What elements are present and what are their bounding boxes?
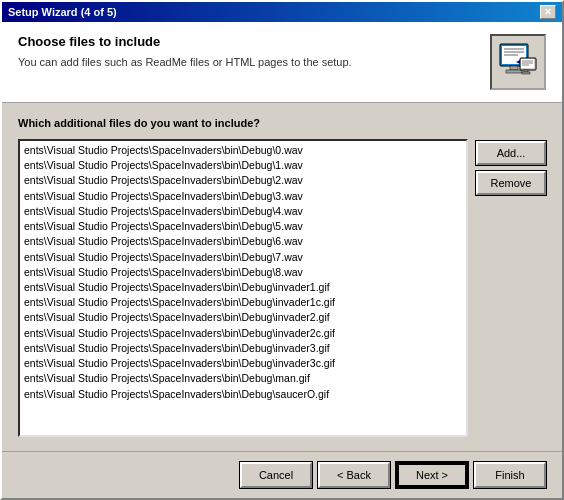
- next-button[interactable]: Next >: [396, 462, 468, 488]
- svg-rect-13: [522, 72, 530, 74]
- setup-wizard-dialog: Setup Wizard (4 of 5) ✕ Choose files to …: [0, 0, 564, 500]
- title-bar-buttons: ✕: [540, 5, 556, 19]
- back-button[interactable]: < Back: [318, 462, 390, 488]
- list-item[interactable]: ents\Visual Studio Projects\SpaceInvader…: [24, 219, 462, 234]
- title-bar-label: Setup Wizard (4 of 5): [8, 6, 117, 18]
- remove-button[interactable]: Remove: [476, 171, 546, 195]
- cancel-button[interactable]: Cancel: [240, 462, 312, 488]
- list-item[interactable]: ents\Visual Studio Projects\SpaceInvader…: [24, 310, 462, 325]
- side-buttons: Add... Remove: [476, 139, 546, 437]
- list-item[interactable]: ents\Visual Studio Projects\SpaceInvader…: [24, 387, 462, 402]
- list-item[interactable]: ents\Visual Studio Projects\SpaceInvader…: [24, 265, 462, 280]
- list-item[interactable]: ents\Visual Studio Projects\SpaceInvader…: [24, 189, 462, 204]
- list-item[interactable]: ents\Visual Studio Projects\SpaceInvader…: [24, 371, 462, 386]
- section-question: Which additional files do you want to in…: [18, 117, 546, 129]
- list-item[interactable]: ents\Visual Studio Projects\SpaceInvader…: [24, 341, 462, 356]
- title-bar: Setup Wizard (4 of 5) ✕: [2, 2, 562, 22]
- list-item[interactable]: ents\Visual Studio Projects\SpaceInvader…: [24, 295, 462, 310]
- header-section: Choose files to include You can add file…: [2, 22, 562, 103]
- finish-button[interactable]: Finish: [474, 462, 546, 488]
- svg-rect-6: [506, 70, 522, 73]
- list-item[interactable]: ents\Visual Studio Projects\SpaceInvader…: [24, 143, 462, 158]
- list-item[interactable]: ents\Visual Studio Projects\SpaceInvader…: [24, 158, 462, 173]
- svg-rect-8: [521, 59, 534, 68]
- svg-rect-5: [510, 66, 518, 70]
- content-area: Which additional files do you want to in…: [2, 103, 562, 451]
- list-item[interactable]: ents\Visual Studio Projects\SpaceInvader…: [24, 234, 462, 249]
- footer: Cancel < Back Next > Finish: [2, 451, 562, 498]
- header-text: Choose files to include You can add file…: [18, 34, 480, 90]
- list-item[interactable]: ents\Visual Studio Projects\SpaceInvader…: [24, 280, 462, 295]
- list-item[interactable]: ents\Visual Studio Projects\SpaceInvader…: [24, 326, 462, 341]
- add-button[interactable]: Add...: [476, 141, 546, 165]
- list-item[interactable]: ents\Visual Studio Projects\SpaceInvader…: [24, 356, 462, 371]
- files-scroll-area[interactable]: ents\Visual Studio Projects\SpaceInvader…: [20, 141, 466, 435]
- svg-rect-12: [524, 70, 528, 72]
- list-item[interactable]: ents\Visual Studio Projects\SpaceInvader…: [24, 250, 462, 265]
- header-subtitle: You can add files such as ReadMe files o…: [18, 55, 480, 70]
- wizard-icon: [490, 34, 546, 90]
- files-listbox[interactable]: ents\Visual Studio Projects\SpaceInvader…: [18, 139, 468, 437]
- list-item[interactable]: ents\Visual Studio Projects\SpaceInvader…: [24, 204, 462, 219]
- header-title: Choose files to include: [18, 34, 480, 49]
- monitor-icon: [496, 40, 540, 84]
- files-area: ents\Visual Studio Projects\SpaceInvader…: [18, 139, 546, 437]
- list-item[interactable]: ents\Visual Studio Projects\SpaceInvader…: [24, 173, 462, 188]
- close-button[interactable]: ✕: [540, 5, 556, 19]
